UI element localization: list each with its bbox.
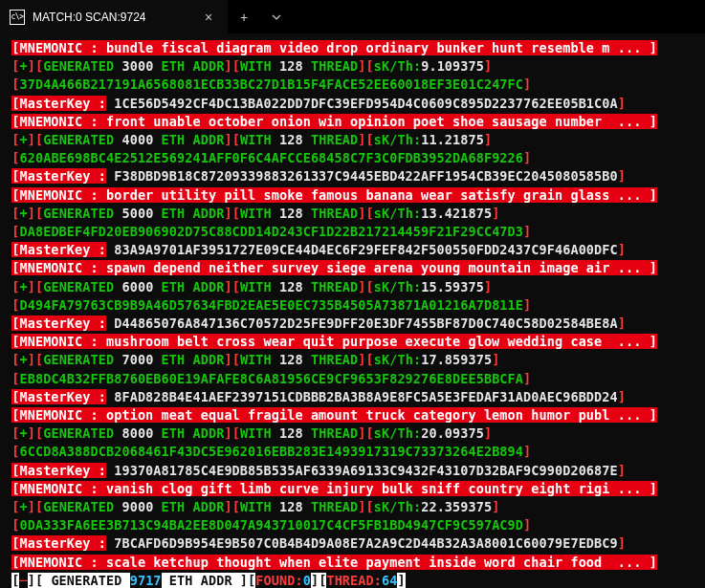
tab-dropdown-button[interactable] [260, 0, 293, 33]
output-line: [+][GENERATED 4000 ETH ADDR][WITH 128 TH… [4, 131, 701, 149]
new-tab-button[interactable]: + [228, 0, 260, 33]
output-line: [MNEMONIC : border utility pill smoke fa… [4, 186, 701, 205]
output-line: [MasterKey : 19370A81785C4E9DB85B535AF63… [4, 462, 701, 480]
output-line: [MNEMONIC : bundle fiscal diagram video … [4, 39, 701, 57]
active-tab[interactable]: c\> MATCH:0 SCAN:9724 × [0, 0, 228, 33]
output-line: [+][GENERATED 8000 ETH ADDR][WITH 128 TH… [4, 425, 701, 443]
output-line: [620ABE698BC4E2512E569241AFF0F6C4AFCCE68… [4, 149, 701, 167]
output-line: [+][GENERATED 3000 ETH ADDR][WITH 128 TH… [4, 57, 701, 76]
output-line: [37D4A466B217191A6568081ECB33BC27D1B15F4… [4, 76, 701, 94]
output-line: [+][GENERATED 7000 ETH ADDR][WITH 128 TH… [4, 351, 701, 369]
output-line: [D494FA79763CB9B9A46D57634FBD2EAE5E0EC73… [4, 296, 701, 315]
output-line: [MNEMONIC : spawn depend neither survey … [4, 259, 701, 277]
output-line: [+][GENERATED 5000 ETH ADDR][WITH 128 TH… [4, 205, 701, 223]
output-line: [EB8DC4B32FFB8760EB60E19AFAFE8C6A81956CE… [4, 370, 701, 388]
output-line: [MasterKey : 7BCAFD6D9B954E9B507C0B4B4D9… [4, 534, 701, 553]
chevron-down-icon [272, 12, 281, 22]
output-line: [DA8EDBEF4FD20EB906902D75C88CDD14D243CF1… [4, 223, 701, 241]
close-tab-button[interactable]: × [201, 10, 216, 25]
output-line: [MNEMONIC : scale ketchup thought when e… [4, 554, 701, 572]
output-line: [MasterKey : 8FAD828B4E41AEF2397151CDBBB… [4, 388, 701, 406]
terminal-output[interactable]: [MNEMONIC : bundle fiscal diagram video … [0, 33, 705, 588]
output-line: [MNEMONIC : mushroom belt cross wear qui… [4, 333, 701, 351]
output-line: [+][GENERATED 6000 ETH ADDR][WITH 128 TH… [4, 278, 701, 296]
output-line: [MNEMONIC : vanish clog gift limb curve … [4, 480, 701, 498]
titlebar: c\> MATCH:0 SCAN:9724 × + [0, 0, 705, 33]
output-line: [MNEMONIC : front unable october onion w… [4, 113, 701, 131]
output-line: [6CCD8A388DCB2068461F43DC5E962016EBB283E… [4, 443, 701, 461]
tab-title: MATCH:0 SCAN:9724 [33, 11, 193, 24]
output-line: [+][GENERATED 9000 ETH ADDR][WITH 128 TH… [4, 498, 701, 516]
output-line: [─][ GENERATED 9717 ETH ADDR ][FOUND:0][… [4, 572, 701, 588]
output-line: [MasterKey : 83A9A9701AF3951727E09CE44D4… [4, 241, 701, 259]
output-line: [0DA333FA6EE3B713C94BA2EE8D047A943710017… [4, 516, 701, 534]
output-line: [MNEMONIC : option meat equal fragile am… [4, 406, 701, 425]
output-line: [MasterKey : D44865076A847136C70572D25FE… [4, 315, 701, 333]
output-line: [MasterKey : 1CE56D5492CF4DC13BA022DD7DF… [4, 95, 701, 113]
cmd-icon: c\> [10, 10, 25, 25]
output-line: [MasterKey : F38DBD9B18C8720933988326133… [4, 167, 701, 185]
